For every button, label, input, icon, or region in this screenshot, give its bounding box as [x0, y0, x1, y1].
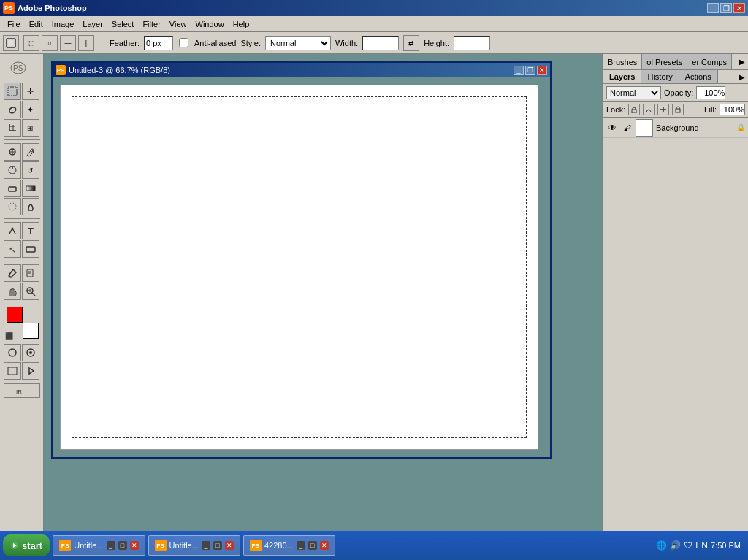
tool-preset-button[interactable] — [3, 35, 19, 51]
reset-colors-button[interactable]: ⬛ — [5, 332, 13, 340]
system-clock: 7:50 PM — [711, 541, 741, 550]
layer-item[interactable]: 👁 🖌 Background 🔒 — [603, 118, 748, 138]
quick-mask-button[interactable] — [22, 344, 39, 361]
taskbar-minimize-0[interactable]: _ — [107, 541, 115, 550]
path-select-button[interactable]: ↖ — [4, 240, 21, 258]
tray-language-icon[interactable]: EN — [695, 540, 708, 551]
feather-input[interactable] — [144, 36, 173, 50]
lock-image-button[interactable] — [643, 104, 654, 115]
background-color-swatch[interactable] — [23, 323, 39, 339]
taskbar-close-1[interactable]: ✕ — [225, 541, 234, 550]
minimize-button[interactable]: _ — [707, 3, 719, 13]
tray-antivirus-icon[interactable]: 🛡 — [684, 540, 692, 551]
tray-network-icon[interactable]: 🌐 — [656, 540, 667, 551]
close-button[interactable]: ✕ — [733, 3, 745, 13]
hand-tool-button[interactable] — [4, 283, 21, 300]
dodge-tool-button[interactable] — [22, 198, 39, 215]
fill-input[interactable] — [720, 104, 745, 115]
menu-image[interactable]: Image — [47, 18, 79, 30]
slice-tool-button[interactable]: ⊞ — [22, 119, 39, 137]
opacity-input[interactable] — [696, 86, 725, 99]
pen-tool-button[interactable] — [4, 222, 21, 239]
restore-button[interactable]: ❐ — [720, 3, 732, 13]
blur-tool-button[interactable] — [4, 198, 21, 215]
menu-file[interactable]: File — [3, 18, 25, 30]
foreground-color-swatch[interactable] — [7, 307, 23, 323]
move-tool-button[interactable]: ✛ — [22, 83, 39, 100]
opacity-label: Opacity: — [664, 88, 693, 97]
document-close[interactable]: ✕ — [537, 66, 547, 75]
brush-tool-button[interactable] — [22, 143, 39, 161]
menu-view[interactable]: View — [165, 18, 191, 30]
document-restore[interactable]: ❐ — [525, 66, 535, 75]
tab-brushes[interactable]: Brushes — [603, 54, 642, 69]
tab-history[interactable]: History — [641, 70, 679, 83]
start-button[interactable]: start — [3, 534, 50, 556]
standard-mode-button[interactable] — [4, 344, 21, 361]
rect-marquee-button[interactable]: ⬚ — [23, 35, 39, 51]
taskbar-item-2[interactable]: PS 42280... _ □ ✕ — [243, 535, 335, 556]
lasso-tool-button[interactable] — [4, 101, 21, 118]
taskbar-close-2[interactable]: ✕ — [320, 541, 329, 550]
tab-actions[interactable]: Actions — [679, 70, 718, 83]
taskbar-close-0[interactable]: ✕ — [130, 541, 139, 550]
gradient-tool-button[interactable] — [22, 180, 39, 197]
text-tool-button[interactable]: T — [22, 222, 39, 239]
row-marquee-button[interactable]: — — [60, 35, 76, 51]
tab-layers[interactable]: Layers — [603, 70, 641, 83]
height-input[interactable] — [454, 36, 490, 50]
magic-wand-button[interactable]: ✦ — [22, 101, 39, 118]
taskbar-restore-1[interactable]: □ — [213, 541, 222, 550]
menu-layer[interactable]: Layer — [78, 18, 107, 30]
fill-label: Fill: — [704, 105, 717, 114]
taskbar-item-0[interactable]: PS Untitle... _ □ ✕ — [53, 535, 145, 556]
ellipse-marquee-button[interactable]: ○ — [42, 35, 58, 51]
menu-select[interactable]: Select — [107, 18, 139, 30]
document-minimize[interactable]: _ — [514, 66, 524, 75]
heal-tool-button[interactable] — [4, 143, 21, 161]
tool-row-7 — [4, 198, 39, 215]
document-canvas[interactable] — [60, 85, 538, 450]
lock-position-button[interactable] — [657, 104, 669, 115]
taskbar-minimize-2[interactable]: _ — [297, 541, 305, 550]
zoom-tool-button[interactable] — [22, 283, 39, 300]
crop-tool-button[interactable] — [4, 119, 21, 137]
layers-panel-menu[interactable]: ▶ — [736, 73, 748, 81]
document-icon: PS — [56, 65, 66, 75]
clone-tool-button[interactable] — [4, 161, 21, 179]
tab-comps[interactable]: er Comps — [687, 54, 732, 69]
width-input[interactable] — [362, 36, 399, 50]
layers-tabs-row: Layers History Actions ▶ — [603, 70, 748, 84]
menu-edit[interactable]: Edit — [25, 18, 47, 30]
panel-menu-button[interactable]: ▶ — [736, 58, 748, 66]
taskbar-minimize-1[interactable]: _ — [202, 541, 210, 550]
imageready-button[interactable]: IR — [4, 383, 40, 398]
screen-mode-button[interactable] — [4, 362, 21, 380]
notes-tool-button[interactable] — [22, 264, 39, 282]
swap-button[interactable]: ⇄ — [403, 35, 419, 51]
eraser-tool-button[interactable] — [4, 180, 21, 197]
lock-all-button[interactable] — [672, 104, 684, 115]
history-brush-button[interactable]: ↺ — [22, 161, 39, 179]
menu-filter[interactable]: Filter — [138, 18, 164, 30]
jump-to-button[interactable] — [22, 362, 39, 380]
eyedropper-button[interactable] — [4, 264, 21, 282]
marquee-tool-button[interactable] — [4, 83, 21, 100]
col-marquee-button[interactable]: | — [78, 35, 94, 51]
taskbar-restore-2[interactable]: □ — [308, 541, 317, 550]
taskbar-item-1[interactable]: PS Untitle... _ □ ✕ — [148, 535, 240, 556]
shape-tool-button[interactable] — [22, 240, 39, 258]
tab-presets[interactable]: ol Presets — [642, 54, 687, 69]
screen-mode-buttons — [4, 362, 39, 380]
blend-mode-select[interactable]: Normal Multiply Screen — [606, 86, 661, 99]
system-tray: 🌐 🔊 🛡 EN 7:50 PM — [652, 540, 745, 551]
taskbar-restore-0[interactable]: □ — [118, 541, 127, 550]
layer-visibility-toggle[interactable]: 👁 — [606, 122, 618, 134]
anti-alias-checkbox[interactable] — [179, 38, 188, 47]
brushes-row: Brushes ol Presets er Comps ▶ — [603, 54, 748, 70]
menu-window[interactable]: Window — [191, 18, 229, 30]
tray-volume-icon[interactable]: 🔊 — [670, 540, 681, 551]
menu-help[interactable]: Help — [229, 18, 254, 30]
lock-transparent-button[interactable] — [628, 104, 640, 115]
style-select[interactable]: Normal Fixed Aspect Ratio Fixed Size — [265, 36, 331, 50]
